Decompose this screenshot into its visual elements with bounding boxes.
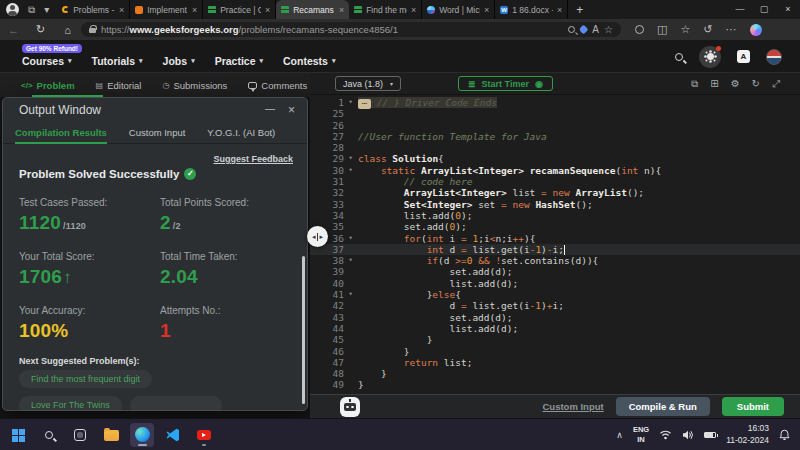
code-line-31[interactable]: 31 // code here [310, 176, 800, 187]
tab-submissions[interactable]: ◷Submissions [162, 80, 227, 91]
tab-close-icon[interactable]: × [192, 5, 197, 15]
translate-icon[interactable]: A [737, 50, 750, 63]
close-button[interactable]: × [776, 0, 800, 19]
youtube-button[interactable] [192, 423, 216, 447]
minimize-button[interactable]: — [728, 0, 752, 19]
copy-code-icon[interactable]: ⧉ [691, 78, 698, 90]
tab-close-icon[interactable]: × [119, 5, 124, 15]
taskbar-clock[interactable]: 16:0311-02-2024 [726, 423, 769, 445]
nav-jobs[interactable]: Jobs▾ [163, 55, 195, 67]
more-options-icon[interactable]: ⋯ [726, 23, 737, 36]
tab-actions-menu-icon[interactable]: ▾ [44, 0, 49, 19]
home-icon[interactable]: ⌂ [54, 24, 81, 36]
edge-browser-button[interactable] [130, 423, 154, 447]
search-icon[interactable] [675, 53, 683, 61]
fullscreen-icon[interactable]: ⤢ [772, 78, 780, 90]
extensions-icon[interactable] [635, 25, 644, 34]
reset-code-icon[interactable]: ↻ [752, 78, 760, 90]
code-line-49[interactable]: 49} [310, 379, 800, 390]
task-view-button[interactable] [68, 423, 92, 447]
history-icon[interactable]: ↺ [703, 23, 712, 36]
read-aloud-icon[interactable]: A [592, 24, 599, 35]
start-button[interactable] [6, 423, 30, 447]
code-line-33[interactable]: 33 Set<Integer> set = new HashSet(); [310, 199, 800, 210]
code-line-48[interactable]: 48 } [310, 368, 800, 379]
tab-close-icon[interactable]: × [411, 5, 416, 15]
code-line-40[interactable]: 40 list.add(d); [310, 278, 800, 289]
editor-settings-icon[interactable]: ⚙ [731, 78, 740, 90]
browser-profile-avatar[interactable] [6, 3, 19, 16]
tab-compilation-results[interactable]: Compilation Results [15, 121, 107, 144]
new-tab-button[interactable]: + [576, 3, 583, 17]
code-line-25[interactable]: 25 [310, 108, 800, 119]
refresh-icon[interactable]: ↻ [27, 23, 54, 36]
user-avatar[interactable] [766, 49, 782, 65]
tab-close-icon[interactable]: × [339, 5, 344, 15]
shopping-tag-icon[interactable] [579, 25, 589, 35]
output-scrollbar[interactable] [302, 256, 305, 404]
code-line-32[interactable]: 32 ArrayList<Integer> list = new ArrayLi… [310, 187, 800, 198]
browser-tab-docx[interactable]: 1 86.docx - N × [495, 0, 568, 19]
file-explorer-button[interactable] [99, 423, 123, 447]
code-line-30[interactable]: 30▾ static ArrayList<Integer> recamanSeq… [310, 165, 800, 176]
suggested-problem-pill[interactable]: Find the most frequent digit [19, 370, 152, 388]
promo-badge[interactable]: Get 90% Refund! [22, 44, 82, 53]
workspaces-icon[interactable]: ⧉ [28, 0, 35, 19]
favorite-star-icon[interactable]: ☆ [604, 24, 613, 35]
code-line-28[interactable]: 28 [310, 142, 800, 153]
ai-helper-robot-icon[interactable] [340, 397, 360, 417]
code-line-39[interactable]: 39 set.add(d); [310, 266, 800, 277]
tab-problem[interactable]: </>Problem [21, 80, 75, 91]
code-line-43[interactable]: 43 set.add(d); [310, 312, 800, 323]
code-line-45[interactable]: 45 } [310, 334, 800, 345]
wifi-icon[interactable] [659, 429, 672, 440]
submit-button[interactable]: Submit [722, 397, 784, 416]
code-line-37[interactable]: 37 int d = list.get(i-1)-i; [310, 244, 800, 255]
tab-yogi-ai-bot[interactable]: Y.O.G.I. (AI Bot) [207, 121, 275, 144]
taskbar-search-button[interactable] [37, 423, 61, 447]
code-line-38[interactable]: 38▾ if(d >=0 && !set.contains(d)){ [310, 255, 800, 266]
compile-run-button[interactable]: Compile & Run [616, 397, 710, 416]
add-file-icon[interactable]: ⊞ [710, 78, 718, 90]
browser-tab-problems[interactable]: Problems - L × [57, 0, 130, 19]
browser-tab-word[interactable]: Word | Micr × [422, 0, 495, 19]
language-selector[interactable]: Java (1.8)▾ [335, 76, 401, 91]
language-indicator[interactable]: ENGIN [633, 425, 649, 444]
zoom-icon[interactable] [568, 26, 575, 33]
browser-tab-find[interactable]: Find the mo × [349, 0, 422, 19]
start-timer-button[interactable]: ≣Start Timer◉ [458, 76, 553, 91]
code-line-41[interactable]: 41▾ }else{ [310, 289, 800, 300]
tab-custom-input[interactable]: Custom Input [129, 121, 186, 144]
restore-button[interactable]: ▢ [752, 0, 776, 19]
suggested-problem-pill[interactable]: Love For The Twins [19, 396, 122, 411]
custom-input-link[interactable]: Custom Input [542, 401, 603, 412]
browser-tab-practice[interactable]: Practice | Ge × [203, 0, 276, 19]
tray-overflow-icon[interactable]: ∧ [616, 430, 623, 440]
speaker-icon[interactable] [682, 430, 694, 440]
vscode-button[interactable] [161, 423, 185, 447]
code-line-26[interactable]: 26 [310, 120, 800, 131]
theme-toggle[interactable] [699, 46, 721, 68]
battery-icon[interactable] [704, 432, 716, 438]
nav-courses[interactable]: Courses▾ [22, 55, 72, 67]
nav-practice[interactable]: Practice▾ [215, 55, 263, 67]
code-line-42[interactable]: 42 d = list.get(i-1)+i; [310, 300, 800, 311]
notification-bell-icon[interactable] [779, 429, 790, 441]
tab-close-icon[interactable]: × [557, 5, 562, 15]
tab-editorial[interactable]: ▤Editorial [96, 80, 142, 91]
copilot-icon[interactable] [750, 24, 762, 36]
code-area[interactable]: 1▾⋯// } Driver Code Ends252627//User fun… [310, 95, 800, 394]
code-line-47[interactable]: 47 return list; [310, 357, 800, 368]
nav-contests[interactable]: Contests▾ [283, 55, 335, 67]
back-icon[interactable]: ← [0, 24, 27, 36]
tab-close-icon[interactable]: × [265, 5, 270, 15]
tab-comments[interactable]: Comments [248, 80, 307, 91]
address-bar[interactable]: https://www.geeksforgeeks.org/problems/r… [81, 22, 621, 37]
suggested-problem-pill-partial[interactable] [130, 396, 222, 411]
suggest-feedback-link[interactable]: Suggest Feedback [213, 154, 293, 164]
output-close-icon[interactable]: × [288, 103, 295, 117]
code-line-35[interactable]: 35 set.add(0); [310, 221, 800, 232]
split-screen-icon[interactable]: ◫ [657, 23, 667, 36]
favorites-bar-icon[interactable]: ☆ [680, 23, 690, 36]
code-line-27[interactable]: 27//User function Template for Java [310, 131, 800, 142]
